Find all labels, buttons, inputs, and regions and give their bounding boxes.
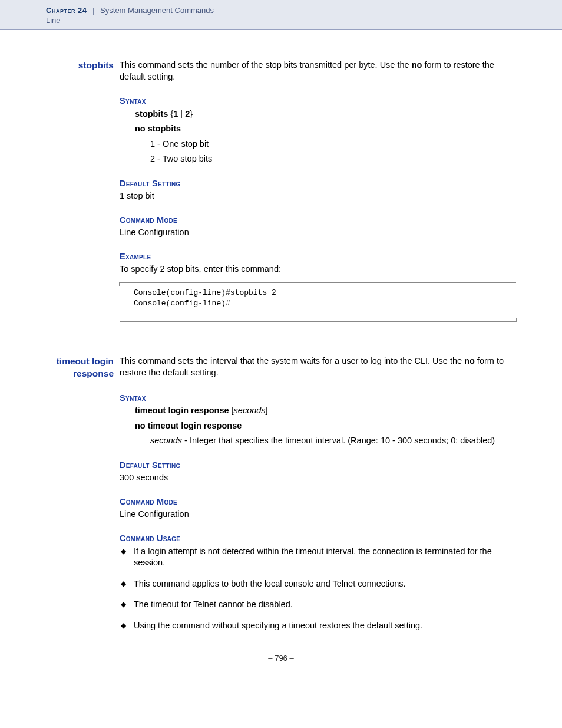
default-body: 300 seconds — [120, 472, 516, 484]
default-body: 1 stop bit — [120, 190, 516, 202]
default-heading: Default Setting — [120, 178, 516, 190]
usage-list: If a login attempt is not detected withi… — [120, 546, 516, 632]
header-line-1: Chapter 24 | System Management Commands — [46, 6, 562, 15]
usage-item: If a login attempt is not detected withi… — [120, 546, 516, 569]
usage-section: Command Usage If a login attempt is not … — [120, 533, 516, 631]
default-heading: Default Setting — [120, 460, 516, 472]
mode-body: Line Configuration — [120, 227, 516, 239]
syntax-line: timeout login response [seconds] — [135, 405, 516, 417]
syntax-option: 1 - One stop bit — [150, 139, 516, 150]
desc-bold: no — [412, 60, 422, 70]
syntax-no-form: no stopbits — [135, 123, 516, 135]
header-title: System Management Commands — [100, 6, 214, 15]
syntax-no-form: no timeout login response — [135, 420, 516, 432]
chapter-label: Chapter 24 — [46, 6, 87, 15]
usage-item: This command applies to both the local c… — [120, 578, 516, 590]
command-name-stopbits: stopbits — [46, 60, 120, 71]
usage-item: The timeout for Telnet cannot be disable… — [120, 599, 516, 611]
syntax-cmd: timeout login response — [135, 406, 229, 415]
page-header: Chapter 24 | System Management Commands … — [0, 0, 562, 30]
header-separator: | — [92, 6, 94, 15]
code-block: Console(config-line)#stopbits 2 Console(… — [120, 282, 516, 322]
example-section: Example To specify 2 stop bits, enter th… — [120, 251, 516, 322]
syntax-section: Syntax timeout login response [seconds] … — [120, 393, 516, 447]
page-number: – 796 – — [46, 653, 516, 664]
mode-heading: Command Mode — [120, 496, 516, 508]
example-body: To specify 2 stop bits, enter this comma… — [120, 263, 516, 275]
header-subtitle: Line — [46, 16, 562, 25]
syntax-bracket: [ — [229, 406, 234, 415]
command-desc-timeout: This command sets the interval that the … — [120, 355, 516, 378]
param-name: seconds — [150, 436, 182, 445]
syntax-args: {1 | 2} — [168, 109, 193, 118]
syntax-heading: Syntax — [120, 95, 516, 107]
syntax-param: seconds — [234, 406, 266, 415]
command-stopbits: stopbits This command sets the number of… — [46, 60, 516, 83]
command-name-timeout: timeout login response — [46, 355, 120, 379]
command-desc-stopbits: This command sets the number of the stop… — [120, 60, 516, 83]
syntax-param-desc: seconds - Integer that specifies the tim… — [150, 435, 516, 447]
syntax-cmd: stopbits — [135, 109, 168, 118]
desc-text: This command sets the number of the stop… — [120, 60, 412, 70]
default-section: Default Setting 1 stop bit — [120, 178, 516, 202]
command-timeout-login: timeout login response This command sets… — [46, 355, 516, 379]
syntax-option: 2 - Two stop bits — [150, 153, 516, 165]
usage-heading: Command Usage — [120, 533, 516, 545]
mode-heading: Command Mode — [120, 215, 516, 226]
param-desc: - Integer that specifies the timeout int… — [182, 436, 495, 445]
mode-section: Command Mode Line Configuration — [120, 496, 516, 520]
example-heading: Example — [120, 251, 516, 263]
syntax-heading: Syntax — [120, 393, 516, 404]
syntax-line: stopbits {1 | 2} — [135, 108, 516, 120]
usage-item: Using the command without specifying a t… — [120, 620, 516, 632]
mode-body: Line Configuration — [120, 509, 516, 521]
syntax-bracket: ] — [266, 406, 268, 415]
mode-section: Command Mode Line Configuration — [120, 215, 516, 238]
desc-text: This command sets the interval that the … — [120, 356, 464, 365]
desc-bold: no — [464, 356, 475, 365]
default-section: Default Setting 300 seconds — [120, 460, 516, 483]
page-content: stopbits This command sets the number of… — [0, 30, 562, 663]
syntax-section: Syntax stopbits {1 | 2} no stopbits 1 - … — [120, 95, 516, 165]
